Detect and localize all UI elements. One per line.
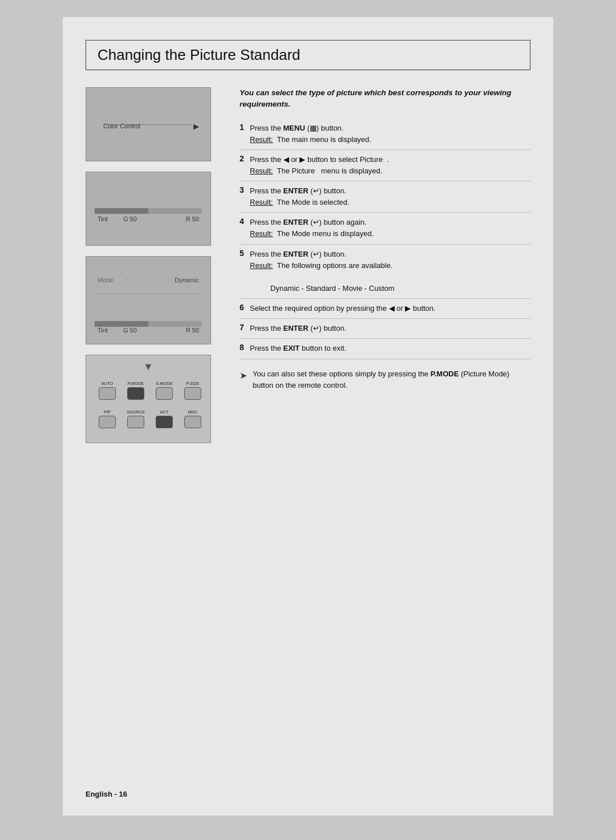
- dynamic-label: Dynamic: [175, 277, 199, 283]
- step-num-2: 2: [240, 149, 250, 181]
- step-2-result: Result: The Picture menu is displayed.: [250, 165, 530, 177]
- bold-pmode: P.MODE: [431, 370, 459, 378]
- result-label-3: Result:: [250, 198, 273, 206]
- color-control-label: Color Control: [103, 123, 140, 129]
- remote-btn-act-label: ACT: [160, 409, 169, 415]
- remote-btn-auto-circle: [99, 387, 116, 400]
- remote-btn-pmode: P.MODE: [123, 381, 148, 400]
- step-row-2: 2 Press the ◀ or ▶ button to select Pict…: [240, 149, 530, 181]
- left-panel: Color Control ▶ Tint G 50 R 50 Mode : Dy…: [86, 87, 222, 443]
- step-row-4: 4 Press the ENTER (↵) button again. Resu…: [240, 213, 530, 244]
- remote-btn-smode-circle: [156, 387, 173, 400]
- right-panel: You can select the type of picture which…: [240, 87, 530, 443]
- remote-btn-mdc: MDC: [180, 409, 205, 428]
- mode-colon: :: [126, 277, 128, 283]
- title-bar: Changing the Picture Standard: [86, 40, 530, 70]
- step-content-4: Press the ENTER (↵) button again. Result…: [250, 213, 530, 244]
- bold-enter-3: ENTER: [283, 186, 309, 195]
- step-4-result: Result: The Mode menu is displayed.: [250, 228, 530, 240]
- page: Changing the Picture Standard Color Cont…: [63, 17, 553, 815]
- remote-btn-smode: S.MODE: [152, 381, 177, 400]
- result-label-5: Result:: [250, 261, 273, 270]
- step-row-6: 6 Select the required option by pressing…: [240, 299, 530, 319]
- remote-btn-auto: AUTO: [95, 381, 120, 400]
- remote-btn-pip-label: PIP: [104, 409, 111, 415]
- tint-label-2: Tint: [98, 327, 108, 334]
- step-1-result: Result: The main menu is displayed.: [250, 134, 530, 145]
- step-content-6: Select the required option by pressing t…: [250, 299, 530, 319]
- screen-2: Tint G 50 R 50: [86, 172, 211, 246]
- remote-btn-source-label: SOURCE: [127, 409, 145, 415]
- result-label-1: Result:: [250, 135, 273, 144]
- bold-enter-7: ENTER: [283, 324, 309, 332]
- step-num-8: 8: [240, 339, 250, 359]
- footer-text: English - 16: [86, 790, 127, 798]
- remote-btn-pmode-circle: [127, 387, 144, 400]
- remote-control: ▼ AUTO P.MODE S.MODE P.SIZE: [86, 355, 211, 443]
- remote-btn-act-circle: [156, 416, 173, 428]
- note-text: You can also set these options simply by…: [253, 368, 530, 391]
- step-content-2: Press the ◀ or ▶ button to select Pictur…: [250, 149, 530, 181]
- r50-label: R 50: [186, 216, 199, 222]
- step-row-8: 8 Press the EXIT button to exit.: [240, 339, 530, 359]
- remote-row-2: PIP SOURCE ACT MDC: [95, 409, 205, 428]
- step-num-4: 4: [240, 213, 250, 244]
- step-5-options: Dynamic - Standard - Movie - Custom: [250, 284, 395, 293]
- remote-btn-pip-circle: [99, 416, 116, 428]
- remote-btn-act: ACT: [152, 409, 177, 428]
- remote-row-1: AUTO P.MODE S.MODE P.SIZE: [95, 381, 205, 400]
- bold-enter-5: ENTER: [283, 250, 309, 258]
- step-num-1: 1: [240, 119, 250, 150]
- step-num-5: 5: [240, 244, 250, 299]
- step-num-3: 3: [240, 181, 250, 213]
- content-area: Color Control ▶ Tint G 50 R 50 Mode : Dy…: [86, 87, 530, 443]
- g50-label: G 50: [123, 216, 137, 222]
- step-3-result: Result: The Mode is selected.: [250, 197, 530, 208]
- bold-menu: MENU: [283, 124, 305, 132]
- remote-btn-psize: P.SIZE: [180, 381, 205, 400]
- step-row-1: 1 Press the MENU (▦) button. Result: The…: [240, 119, 530, 150]
- step-row-7: 7 Press the ENTER (↵) button.: [240, 319, 530, 339]
- remote-btn-source: SOURCE: [123, 409, 148, 428]
- tint-bar-inner-2: [95, 321, 148, 327]
- remote-btn-psize-label: P.SIZE: [187, 381, 200, 386]
- step-row-3: 3 Press the ENTER (↵) button. Result: Th…: [240, 181, 530, 213]
- remote-btn-psize-circle: [184, 387, 201, 400]
- step-content-5: Press the ENTER (↵) button. Result: The …: [250, 244, 530, 299]
- result-label-4: Result:: [250, 229, 273, 238]
- g50-label-2: G 50: [123, 327, 137, 334]
- screen-3: Mode : Dynamic Tint G 50 R 50: [86, 256, 211, 344]
- remote-btn-pmode-label: P.MODE: [128, 381, 144, 386]
- tint-bar-2: [95, 321, 202, 327]
- step-content-1: Press the MENU (▦) button. Result: The m…: [250, 119, 530, 150]
- remote-arrow-indicator: ▼: [143, 361, 153, 373]
- bold-enter-4: ENTER: [283, 218, 309, 226]
- remote-btn-auto-label: AUTO: [102, 381, 114, 386]
- r50-label-2: R 50: [186, 327, 199, 334]
- result-label-2: Result:: [250, 167, 273, 175]
- remote-btn-mdc-label: MDC: [188, 409, 197, 415]
- step-row-5: 5 Press the ENTER (↵) button. Result: Th…: [240, 244, 530, 299]
- note-section: ➤ You can also set these options simply …: [240, 368, 530, 391]
- steps-table: 1 Press the MENU (▦) button. Result: The…: [240, 119, 530, 359]
- remote-btn-mdc-circle: [184, 416, 201, 428]
- footer: English - 16: [86, 790, 127, 798]
- bold-exit-8: EXIT: [283, 344, 300, 352]
- remote-btn-pip: PIP: [95, 409, 120, 428]
- mode-label: Mode: [98, 277, 114, 283]
- mode-divider: [92, 294, 204, 294]
- step-num-6: 6: [240, 299, 250, 319]
- note-arrow-icon: ➤: [240, 369, 247, 391]
- tint-bar-inner: [95, 208, 148, 214]
- screen-arrow-icon: ▶: [193, 122, 199, 131]
- step-5-result: Result: The following options are availa…: [250, 260, 530, 271]
- intro-text: You can select the type of picture which…: [240, 87, 530, 111]
- remote-btn-smode-label: S.MODE: [156, 381, 173, 386]
- tint-bar: [95, 208, 202, 214]
- step-num-7: 7: [240, 319, 250, 339]
- step-content-3: Press the ENTER (↵) button. Result: The …: [250, 181, 530, 213]
- page-title: Changing the Picture Standard: [98, 46, 301, 63]
- step-content-7: Press the ENTER (↵) button.: [250, 319, 530, 339]
- remote-btn-source-circle: [127, 416, 144, 428]
- tint-label: Tint: [98, 216, 108, 222]
